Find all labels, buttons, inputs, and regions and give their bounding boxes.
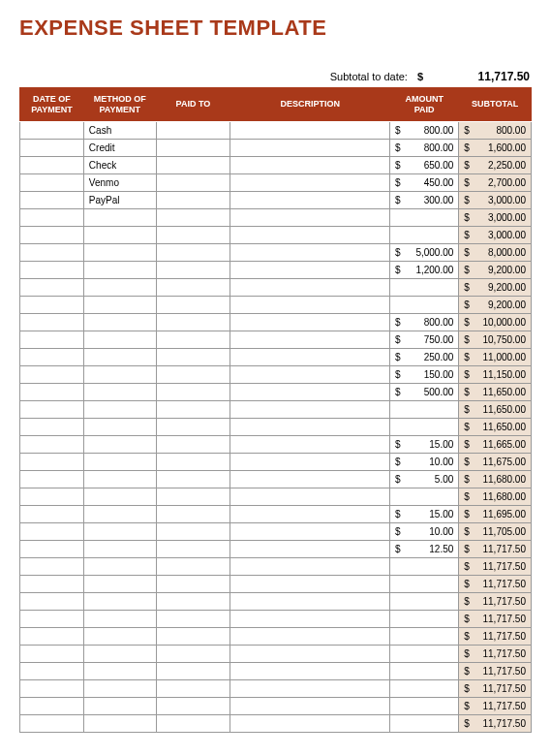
cell-description bbox=[230, 243, 390, 261]
cell-subtotal: $11,717.50 bbox=[459, 557, 532, 575]
cell-method bbox=[83, 261, 156, 278]
table-row: $15.00$11,695.00 bbox=[20, 505, 532, 522]
cell-description bbox=[230, 592, 390, 610]
cell-date bbox=[20, 278, 84, 296]
table-row: $10.00$11,705.00 bbox=[20, 522, 532, 540]
cell-date bbox=[20, 296, 84, 313]
cell-method bbox=[83, 383, 156, 400]
subtotal-label: Subtotal to date: bbox=[330, 71, 408, 82]
cell-amount bbox=[389, 488, 458, 505]
cell-amount: $12.50 bbox=[389, 540, 458, 557]
cell-subtotal: $11,717.50 bbox=[459, 627, 532, 645]
table-row: Check$650.00$2,250.00 bbox=[20, 156, 532, 173]
cell-amount bbox=[389, 208, 458, 226]
cell-method bbox=[83, 348, 156, 365]
cell-subtotal: $8,000.00 bbox=[459, 243, 532, 261]
cell-paid-to bbox=[156, 365, 230, 383]
cell-paid-to bbox=[156, 208, 230, 226]
cell-amount: $5.00 bbox=[389, 470, 458, 488]
cell-method bbox=[83, 400, 156, 418]
cell-amount: $10.00 bbox=[389, 453, 458, 470]
cell-method bbox=[83, 697, 156, 714]
cell-subtotal: $9,200.00 bbox=[459, 261, 532, 278]
cell-date bbox=[20, 522, 84, 540]
cell-date bbox=[20, 173, 84, 191]
cell-subtotal: $11,000.00 bbox=[459, 348, 532, 365]
cell-amount bbox=[389, 400, 458, 418]
cell-paid-to bbox=[156, 173, 230, 191]
cell-paid-to bbox=[156, 557, 230, 575]
cell-amount: $650.00 bbox=[389, 156, 458, 173]
cell-paid-to bbox=[156, 348, 230, 365]
cell-description bbox=[230, 418, 390, 435]
cell-subtotal: $11,665.00 bbox=[459, 435, 532, 453]
cell-paid-to bbox=[156, 662, 230, 679]
cell-description bbox=[230, 627, 390, 645]
cell-description bbox=[230, 697, 390, 714]
cell-paid-to bbox=[156, 610, 230, 627]
cell-date bbox=[20, 226, 84, 243]
cell-description bbox=[230, 278, 390, 296]
subtotal-summary: Subtotal to date: $ 11,717.50 bbox=[19, 70, 532, 83]
cell-amount bbox=[389, 679, 458, 697]
table-row: $250.00$11,000.00 bbox=[20, 348, 532, 365]
table-row: $11,680.00 bbox=[20, 488, 532, 505]
cell-description bbox=[230, 662, 390, 679]
header-description: DESCRIPTION bbox=[230, 88, 390, 122]
cell-subtotal: $11,717.50 bbox=[459, 540, 532, 557]
cell-method bbox=[83, 208, 156, 226]
cell-method bbox=[83, 540, 156, 557]
table-row: $11,650.00 bbox=[20, 418, 532, 435]
cell-amount: $5,000.00 bbox=[389, 243, 458, 261]
cell-amount: $800.00 bbox=[389, 313, 458, 331]
cell-date bbox=[20, 557, 84, 575]
cell-date bbox=[20, 383, 84, 400]
cell-description bbox=[230, 383, 390, 400]
cell-subtotal: $11,717.50 bbox=[459, 645, 532, 662]
table-body: Cash$800.00$800.00Credit$800.00$1,600.00… bbox=[20, 121, 532, 732]
cell-description bbox=[230, 435, 390, 453]
cell-date bbox=[20, 365, 84, 383]
cell-paid-to bbox=[156, 714, 230, 732]
cell-subtotal: $10,000.00 bbox=[459, 313, 532, 331]
cell-date bbox=[20, 453, 84, 470]
cell-paid-to bbox=[156, 592, 230, 610]
cell-method bbox=[83, 662, 156, 679]
cell-date bbox=[20, 505, 84, 522]
cell-subtotal: $2,700.00 bbox=[459, 173, 532, 191]
cell-date bbox=[20, 470, 84, 488]
table-row: $10.00$11,675.00 bbox=[20, 453, 532, 470]
cell-paid-to bbox=[156, 575, 230, 592]
cell-description bbox=[230, 575, 390, 592]
table-row: Venmo$450.00$2,700.00 bbox=[20, 173, 532, 191]
cell-date bbox=[20, 331, 84, 348]
cell-date bbox=[20, 679, 84, 697]
cell-subtotal: $11,717.50 bbox=[459, 610, 532, 627]
cell-description bbox=[230, 331, 390, 348]
cell-method bbox=[83, 714, 156, 732]
cell-description bbox=[230, 296, 390, 313]
cell-paid-to bbox=[156, 488, 230, 505]
cell-subtotal: $11,705.00 bbox=[459, 522, 532, 540]
cell-paid-to bbox=[156, 679, 230, 697]
cell-amount: $150.00 bbox=[389, 365, 458, 383]
cell-date bbox=[20, 191, 84, 208]
cell-description bbox=[230, 348, 390, 365]
cell-method bbox=[83, 575, 156, 592]
cell-amount: $800.00 bbox=[389, 121, 458, 139]
table-row: $11,717.50 bbox=[20, 557, 532, 575]
cell-amount bbox=[389, 714, 458, 732]
cell-subtotal: $3,000.00 bbox=[459, 226, 532, 243]
table-row: $15.00$11,665.00 bbox=[20, 435, 532, 453]
cell-description bbox=[230, 261, 390, 278]
cell-date bbox=[20, 261, 84, 278]
cell-date bbox=[20, 313, 84, 331]
header-date: DATE OF PAYMENT bbox=[20, 88, 84, 122]
cell-description bbox=[230, 488, 390, 505]
cell-amount: $250.00 bbox=[389, 348, 458, 365]
cell-paid-to bbox=[156, 121, 230, 139]
cell-paid-to bbox=[156, 627, 230, 645]
cell-method bbox=[83, 470, 156, 488]
table-row: $750.00$10,750.00 bbox=[20, 331, 532, 348]
cell-method bbox=[83, 505, 156, 522]
